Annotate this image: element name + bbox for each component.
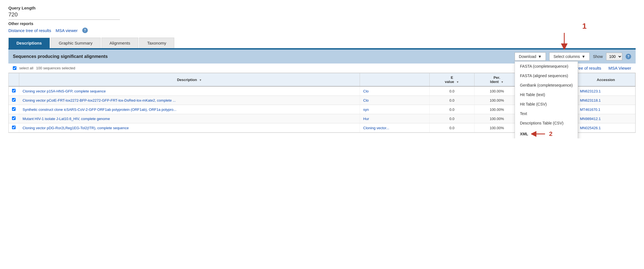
- row-5-accession-link[interactable]: MN025426.1: [580, 126, 601, 130]
- row-1-extra: Clo: [360, 86, 429, 96]
- description-sort-icon: ▼: [199, 79, 202, 82]
- row-2-checkbox[interactable]: [12, 98, 16, 102]
- query-divider: [8, 19, 120, 20]
- row-5-per-ident: 100.00%: [474, 123, 519, 133]
- row-5-accession: MN025426.1: [577, 123, 635, 133]
- select-columns-button[interactable]: Select columns ▼: [549, 52, 590, 61]
- results-msa-viewer-link[interactable]: MSA Viewer: [609, 66, 631, 70]
- select-all-label[interactable]: select all: [19, 66, 33, 70]
- annotation-arrow-2: [531, 131, 546, 137]
- annotation-arrow-1: [548, 30, 570, 50]
- dropdown-hit-table-text[interactable]: Hit Table (text): [515, 90, 578, 99]
- results-help-icon[interactable]: ?: [626, 54, 631, 59]
- row-2-description: Cloning vector pColE-FRT-lox2272-BFP-lox…: [19, 96, 360, 105]
- row-2-extra-link[interactable]: Clo: [363, 98, 369, 102]
- results-controls: 1 Download ▼ FASTA (completesequence): [515, 52, 631, 61]
- row-4-description-link[interactable]: Mutant HIV-1 isolate J-Lat10.6_HIV, comp…: [23, 117, 110, 121]
- dropdown-xml-label: XML: [520, 132, 528, 136]
- per-ident-sort-icon: ▼: [501, 80, 503, 84]
- show-label: Show: [593, 54, 603, 59]
- row-3-per-ident: 100.00%: [474, 105, 519, 114]
- results-header: Sequences producing significant alignmen…: [8, 49, 636, 63]
- row-5-checkbox[interactable]: [12, 126, 16, 129]
- download-button[interactable]: Download ▼: [515, 52, 546, 61]
- row-4-extra: Hur: [360, 114, 429, 123]
- row-5-description: Cloning vector pDG-Ror2LReg1EG-Tol2(ITR)…: [19, 123, 360, 133]
- row-3-description: Synthetic construct clone icSARS-CoV-2-G…: [19, 105, 360, 114]
- col-header-accession: Accession: [577, 73, 635, 86]
- download-chevron-icon: ▼: [538, 54, 542, 59]
- dropdown-xml[interactable]: XML 2: [515, 128, 578, 138]
- download-label: Download: [519, 54, 536, 59]
- row-4-evalue: 0.0: [430, 114, 474, 123]
- row-1-accession-link[interactable]: MN623123.1: [580, 89, 601, 93]
- dropdown-genbank-complete[interactable]: GenBank (completesequence): [515, 80, 578, 90]
- dropdown-fasta-aligned[interactable]: FASTA (aligned sequences): [515, 71, 578, 80]
- query-length-label: Query Length: [8, 6, 636, 10]
- row-4-description: Mutant HIV-1 isolate J-Lat10.6_HIV, comp…: [19, 114, 360, 123]
- row-3-accession: MT461670.1: [577, 105, 635, 114]
- dropdown-text[interactable]: Text: [515, 109, 578, 118]
- row-3-extra: syn: [360, 105, 429, 114]
- query-length-value: 720: [8, 11, 636, 18]
- row-2-accession: MN623118.1: [577, 96, 635, 105]
- row-2-accession-link[interactable]: MN623118.1: [580, 98, 601, 102]
- row-1-description: Cloning vector p15A-HNS-GFP, complete se…: [19, 86, 360, 96]
- row-4-extra-link[interactable]: Hur: [363, 117, 369, 121]
- row-2-per-ident: 100.00%: [474, 96, 519, 105]
- row-4-accession-link[interactable]: MN989412.1: [580, 117, 601, 121]
- row-1-accession: MN623123.1: [577, 86, 635, 96]
- select-all-checkbox[interactable]: [13, 66, 16, 70]
- dropdown-hit-table-csv[interactable]: Hit Table (CSV): [515, 99, 578, 109]
- row-5-evalue: 0.0: [430, 123, 474, 133]
- msa-viewer-link[interactable]: MSA viewer: [55, 28, 78, 33]
- annotation-1-number: 1: [582, 22, 587, 31]
- row-4-accession: MN989412.1: [577, 114, 635, 123]
- row-checkbox-cell: [9, 114, 19, 123]
- dropdown-fasta-complete[interactable]: FASTA (completesequence): [515, 62, 578, 71]
- tab-alignments[interactable]: Alignments: [101, 38, 138, 48]
- row-checkbox-cell: [9, 96, 19, 105]
- row-1-extra-link[interactable]: Clo: [363, 89, 369, 93]
- row-1-evalue: 0.0: [430, 86, 474, 96]
- row-checkbox-cell: [9, 123, 19, 133]
- col-header-extra: [360, 73, 429, 86]
- row-2-extra: Clo: [360, 96, 429, 105]
- row-5-extra: Cloning vector...: [360, 123, 429, 133]
- tab-taxonomy[interactable]: Taxonomy: [139, 38, 174, 48]
- col-header-evalue[interactable]: Evalue ▼: [430, 73, 474, 86]
- selected-count: 100 sequences selected: [36, 66, 75, 70]
- row-3-checkbox[interactable]: [12, 107, 16, 111]
- row-5-description-link[interactable]: Cloning vector pDG-Ror2LReg1EG-Tol2(ITR)…: [23, 126, 129, 130]
- row-4-checkbox[interactable]: [12, 116, 16, 120]
- row-1-per-ident: 100.00%: [474, 86, 519, 96]
- row-3-description-link[interactable]: Synthetic construct clone icSARS-CoV-2-G…: [23, 107, 176, 112]
- row-2-evalue: 0.0: [430, 96, 474, 105]
- distance-tree-link[interactable]: Distance tree of results: [8, 28, 51, 33]
- select-columns-label: Select columns: [553, 54, 580, 59]
- row-3-accession-link[interactable]: MT461670.1: [580, 107, 600, 112]
- col-header-checkbox: [9, 73, 19, 86]
- col-header-description[interactable]: Description ▼: [19, 73, 360, 86]
- row-checkbox-cell: [9, 86, 19, 96]
- col-header-per-ident[interactable]: Per.Ident ▼: [474, 73, 519, 86]
- tabs-row: Descriptions Graphic Summary Alignments …: [8, 38, 636, 49]
- tab-graphic-summary[interactable]: Graphic Summary: [51, 38, 101, 48]
- download-container: Download ▼ FASTA (completesequence) FAST…: [515, 52, 546, 61]
- row-3-extra-link[interactable]: syn: [363, 107, 369, 112]
- row-1-checkbox[interactable]: [12, 89, 16, 92]
- tab-descriptions[interactable]: Descriptions: [8, 38, 50, 48]
- show-select[interactable]: 100 50 250: [606, 53, 622, 60]
- row-3-evalue: 0.0: [430, 105, 474, 114]
- row-5-extra-link[interactable]: Cloning vector...: [363, 126, 389, 130]
- other-reports-label: Other reports: [8, 21, 636, 26]
- results-title: Sequences producing significant alignmen…: [13, 54, 108, 59]
- evalue-sort-icon: ▼: [456, 80, 459, 84]
- row-1-description-link[interactable]: Cloning vector p15A-HNS-GFP, complete se…: [23, 89, 106, 93]
- help-icon[interactable]: ?: [82, 28, 88, 33]
- select-columns-chevron-icon: ▼: [582, 54, 585, 59]
- dropdown-descriptions-csv[interactable]: Descriptions Table (CSV): [515, 118, 578, 128]
- annotation-2-number: 2: [549, 130, 553, 138]
- row-2-description-link[interactable]: Cloning vector pColE-FRT-lox2272-BFP-lox…: [23, 98, 176, 102]
- row-4-per-ident: 100.00%: [474, 114, 519, 123]
